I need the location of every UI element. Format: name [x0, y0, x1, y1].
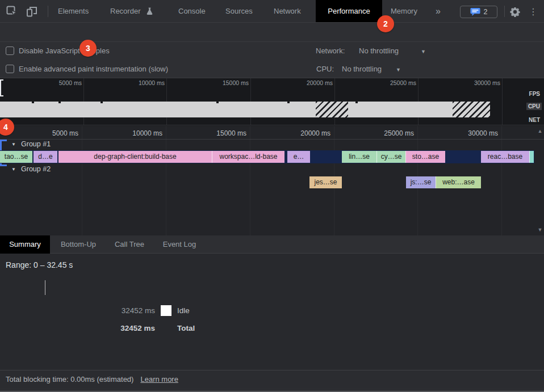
- chevron-down-icon[interactable]: ▼: [396, 67, 401, 73]
- flask-icon: [145, 7, 153, 15]
- network-throttle-label: Network:: [316, 42, 345, 60]
- gridline: [502, 78, 503, 125]
- tab-call-tree[interactable]: Call Tree: [112, 235, 147, 254]
- performance-toolbar: #4 ▼ Screenshots Memory Web Vitals: [0, 23, 544, 42]
- tab-console[interactable]: Console: [178, 0, 206, 23]
- toolbar-divider: [504, 6, 505, 17]
- learn-more-link[interactable]: Learn more: [140, 375, 178, 383]
- gridline: [166, 126, 166, 235]
- disable-js-samples-checkbox[interactable]: [6, 47, 14, 55]
- tab-network[interactable]: Network: [274, 0, 301, 23]
- flame-chart[interactable]: 5000 ms 10000 ms 15000 ms 20000 ms 25000…: [0, 126, 544, 235]
- overview-window-left-handle[interactable]: [0, 79, 1, 96]
- tab-summary[interactable]: Summary: [0, 235, 50, 254]
- divider: [0, 125, 544, 125]
- speech-bubble-icon: [470, 7, 480, 16]
- scroll-up-icon[interactable]: ▲: [536, 128, 544, 134]
- settings-gear-icon[interactable]: [509, 6, 520, 17]
- cpu-dip: [355, 102, 358, 103]
- tab-memory[interactable]: Memory: [391, 0, 417, 23]
- overview-tick: 10000 ms: [119, 79, 165, 87]
- window-bottom-edge: [0, 388, 544, 392]
- selection-bracket: [0, 165, 7, 166]
- tab-sources[interactable]: Sources: [225, 0, 253, 23]
- overview-window-left-handle[interactable]: [0, 95, 3, 96]
- ruler-tick: 15000 ms: [198, 129, 246, 137]
- flame-bar[interactable]: workspac…ld-base: [212, 151, 284, 163]
- flame-bar[interactable]: js:…se: [406, 176, 436, 188]
- capture-options-row-2: Enable advanced paint instrumentation (s…: [0, 60, 544, 78]
- more-tabs-chevron-icon[interactable]: »: [436, 0, 441, 23]
- fps-lane-label: FPS: [528, 90, 542, 98]
- details-tab-bar: Summary Bottom-Up Call Tree Event Log: [0, 235, 544, 254]
- overview-tick: 20000 ms: [287, 79, 333, 87]
- flame-bar[interactable]: dep-graph-client:build-base: [58, 151, 212, 163]
- step-badge-2: 2: [377, 15, 394, 32]
- tab-event-log[interactable]: Event Log: [159, 235, 200, 254]
- chevron-down-icon[interactable]: ▼: [11, 167, 16, 172]
- flame-bar[interactable]: sto…ase: [405, 151, 445, 163]
- advanced-paint-label[interactable]: Enable advanced paint instrumentation (s…: [19, 60, 168, 78]
- cpu-hatched-region: [316, 102, 348, 117]
- legend-idle-swatch: [161, 305, 171, 316]
- feedback-count: 2: [484, 8, 488, 16]
- inspect-element-icon[interactable]: [6, 5, 18, 18]
- ruler-tick: 25000 ms: [365, 129, 414, 137]
- cpu-throttle-select[interactable]: No throttling: [342, 60, 382, 78]
- timeline-overview[interactable]: 5000 ms 10000 ms 15000 ms 20000 ms 25000…: [0, 78, 544, 126]
- net-lane-label: NET: [527, 116, 542, 124]
- scroll-down-icon[interactable]: ▼: [536, 227, 544, 233]
- three-dot-menu-icon[interactable]: ⋮: [529, 7, 538, 16]
- gridline: [82, 126, 82, 235]
- tab-recorder[interactable]: Recorder: [110, 0, 140, 23]
- cpu-dip: [216, 102, 219, 103]
- flame-bar[interactable]: e…: [287, 151, 310, 163]
- total-blocking-time-text: Total blocking time: 0.00ms (estimated): [6, 375, 133, 383]
- flame-bar[interactable]: tao…se: [0, 151, 32, 163]
- cpu-hatched-region: [453, 102, 490, 117]
- cpu-dip: [287, 102, 290, 103]
- toolbar-divider: [48, 6, 48, 17]
- network-throttle-select[interactable]: No throttling: [359, 42, 399, 60]
- ruler-tick: 5000 ms: [30, 129, 78, 137]
- chevron-down-icon[interactable]: ▼: [11, 142, 16, 147]
- overview-window-left-handle[interactable]: [0, 79, 3, 81]
- flame-bar[interactable]: d…e: [34, 151, 57, 163]
- status-footer: Total blocking time: 0.00ms (estimated) …: [0, 370, 544, 388]
- flame-bar[interactable]: cy…se: [376, 151, 405, 163]
- group-1-header[interactable]: Group #1: [21, 140, 51, 148]
- cpu-dip: [32, 102, 34, 103]
- flame-bar[interactable]: lin…se: [342, 151, 376, 163]
- gridline: [250, 126, 250, 235]
- flame-bar[interactable]: web:…ase: [436, 176, 481, 188]
- chevron-down-icon[interactable]: ▼: [421, 49, 426, 54]
- overview-tick: 30000 ms: [455, 79, 500, 87]
- tab-performance[interactable]: Performance: [316, 0, 382, 23]
- flame-bar[interactable]: reac…base: [481, 151, 529, 163]
- donut-slice-divider: [45, 280, 45, 295]
- tab-bottom-up[interactable]: Bottom-Up: [57, 235, 100, 254]
- summary-pane: Range: 0 – 32.45 s 32452 ms 32452 ms Idl…: [0, 254, 544, 370]
- gridline: [501, 126, 502, 235]
- tab-elements[interactable]: Elements: [58, 0, 89, 23]
- legend-idle-value: 32452 ms: [85, 306, 155, 315]
- overview-tick: 25000 ms: [371, 79, 416, 87]
- devtools-performance-panel: Elements Recorder Console Sources Networ…: [0, 0, 544, 392]
- ruler-tick: 30000 ms: [449, 129, 498, 137]
- step-badge-3: 3: [79, 40, 97, 57]
- selection-bracket: [0, 140, 7, 141]
- device-toolbar-icon[interactable]: [26, 5, 38, 18]
- feedback-button[interactable]: 2: [460, 6, 497, 18]
- cpu-throttle-label: CPU:: [316, 60, 334, 78]
- devtools-tab-bar: Elements Recorder Console Sources Networ…: [0, 0, 544, 23]
- ruler-tick: 10000 ms: [114, 129, 162, 137]
- ruler-divider: [0, 139, 544, 140]
- legend-total-value: 32452 ms: [85, 323, 155, 333]
- flame-bar[interactable]: jes…se: [309, 176, 342, 188]
- advanced-paint-checkbox[interactable]: [6, 65, 14, 73]
- cpu-lane-label: CPU: [526, 103, 542, 110]
- cpu-dip: [58, 102, 61, 103]
- cpu-activity-area: [0, 102, 490, 117]
- group-2-header[interactable]: Group #2: [21, 165, 51, 173]
- flame-bar[interactable]: [529, 151, 534, 163]
